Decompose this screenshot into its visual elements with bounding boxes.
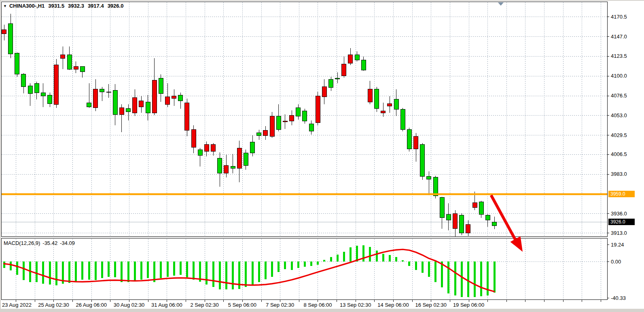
macd-bar bbox=[343, 252, 345, 261]
chart-area[interactable]: 4170.54147.04123.54100.04076.54053.04029… bbox=[1, 1, 643, 308]
macd-bar bbox=[389, 255, 391, 261]
level-price-tag: 3959.0 bbox=[608, 191, 635, 197]
macd-bar bbox=[212, 261, 214, 287]
price-axis-label: 3936.0 bbox=[611, 211, 627, 217]
candle-body bbox=[218, 158, 222, 173]
quote-low: 3917.4 bbox=[88, 3, 104, 9]
candle-body bbox=[67, 55, 72, 69]
macd-bar bbox=[180, 261, 182, 275]
candle bbox=[460, 213, 464, 235]
candle-body bbox=[368, 89, 372, 102]
price-axis-label: 4170.5 bbox=[611, 14, 627, 20]
macd-axis-label: 19.24 bbox=[611, 242, 624, 248]
candle-body bbox=[472, 202, 477, 207]
macd-bar bbox=[114, 261, 116, 277]
macd-bar bbox=[147, 261, 149, 278]
candle-body bbox=[146, 102, 150, 113]
candle-body bbox=[466, 224, 470, 233]
candle bbox=[375, 87, 379, 112]
macd-bar bbox=[317, 261, 319, 265]
time-axis-label: 19 Sep 06:00 bbox=[453, 302, 484, 308]
candle-body bbox=[329, 79, 333, 88]
macd-bar bbox=[376, 251, 378, 261]
candle bbox=[54, 59, 59, 108]
macd-bar bbox=[219, 261, 221, 289]
candle-body bbox=[394, 99, 398, 110]
candle-body bbox=[198, 150, 202, 156]
macd-bar bbox=[3, 261, 5, 268]
candle-body bbox=[204, 145, 209, 152]
symbol-dropdown-icon[interactable]: ▼ bbox=[3, 4, 7, 8]
macd-bar bbox=[108, 261, 110, 277]
candle-body bbox=[316, 96, 320, 123]
macd-name: MACD(12,26,9) bbox=[4, 240, 40, 246]
candle-body bbox=[74, 67, 78, 69]
candle-body bbox=[159, 78, 163, 93]
candle-body bbox=[224, 166, 229, 173]
candle-body bbox=[407, 130, 411, 149]
candle-body bbox=[348, 55, 353, 63]
macd-bar bbox=[441, 261, 443, 287]
trading-chart-window: 4170.54147.04123.54100.04076.54053.04029… bbox=[0, 0, 644, 312]
candle-body bbox=[250, 142, 255, 153]
candle-body bbox=[446, 214, 451, 220]
macd-bar bbox=[95, 261, 97, 280]
chart-canvas[interactable]: 4170.54147.04123.54100.04076.54053.04029… bbox=[1, 1, 644, 309]
macd-bar bbox=[36, 261, 38, 282]
macd-bar bbox=[225, 261, 227, 289]
macd-bar bbox=[494, 261, 496, 293]
time-axis-label: 2 Sep 02:30 bbox=[191, 302, 219, 308]
price-axis-label: 3983.0 bbox=[611, 171, 627, 177]
macd-bar bbox=[402, 260, 404, 261]
candle-body bbox=[440, 198, 444, 218]
macd-bar bbox=[447, 261, 449, 293]
candle-body bbox=[479, 202, 483, 214]
candle-body bbox=[28, 86, 32, 94]
candle-body bbox=[420, 145, 425, 177]
macd-axis-label: -40.33 bbox=[611, 295, 626, 301]
macd-bar bbox=[350, 247, 352, 261]
quote-high: 3932.3 bbox=[68, 3, 84, 9]
macd-bar bbox=[16, 261, 18, 275]
macd-bar bbox=[49, 261, 51, 285]
candle-body bbox=[8, 24, 13, 54]
candle-body bbox=[283, 121, 287, 122]
macd-bar bbox=[75, 261, 77, 282]
macd-bar bbox=[323, 260, 325, 261]
macd-bar bbox=[134, 261, 136, 281]
macd-bar bbox=[140, 261, 142, 280]
time-axis-label: 30 Aug 02:30 bbox=[114, 302, 145, 308]
macd-bar bbox=[454, 261, 456, 295]
candle-body bbox=[270, 116, 274, 136]
price-axis-label: 4076.5 bbox=[611, 93, 627, 99]
macd-bar bbox=[88, 261, 90, 280]
macd-bar bbox=[232, 261, 234, 289]
candle-body bbox=[126, 109, 131, 112]
macd-bar bbox=[68, 261, 70, 283]
price-axis-label: 4029.5 bbox=[611, 132, 627, 138]
price-axis-label: 4100.0 bbox=[611, 73, 627, 79]
candle-body bbox=[80, 67, 85, 72]
macd-bar bbox=[265, 261, 267, 279]
candle-body bbox=[34, 83, 39, 93]
macd-signal-value: -34.09 bbox=[60, 240, 75, 246]
price-axis-label: 4053.0 bbox=[611, 112, 627, 118]
candle bbox=[407, 128, 411, 151]
candle-body bbox=[2, 30, 6, 34]
macd-bar bbox=[330, 257, 332, 261]
macd-bar bbox=[127, 261, 129, 282]
candle-body bbox=[296, 108, 301, 116]
candle-body bbox=[335, 78, 340, 79]
candle-body bbox=[453, 213, 458, 228]
macd-bar bbox=[252, 261, 254, 285]
candle-body bbox=[237, 148, 241, 168]
candle-body bbox=[172, 96, 176, 99]
macd-bar bbox=[382, 254, 384, 261]
candle-body bbox=[152, 80, 157, 113]
candle-body bbox=[257, 133, 261, 135]
candle-body bbox=[414, 136, 418, 149]
candle-body bbox=[106, 92, 111, 93]
macd-bar bbox=[434, 261, 436, 282]
macd-bar bbox=[356, 246, 358, 261]
candle-body bbox=[381, 111, 386, 113]
